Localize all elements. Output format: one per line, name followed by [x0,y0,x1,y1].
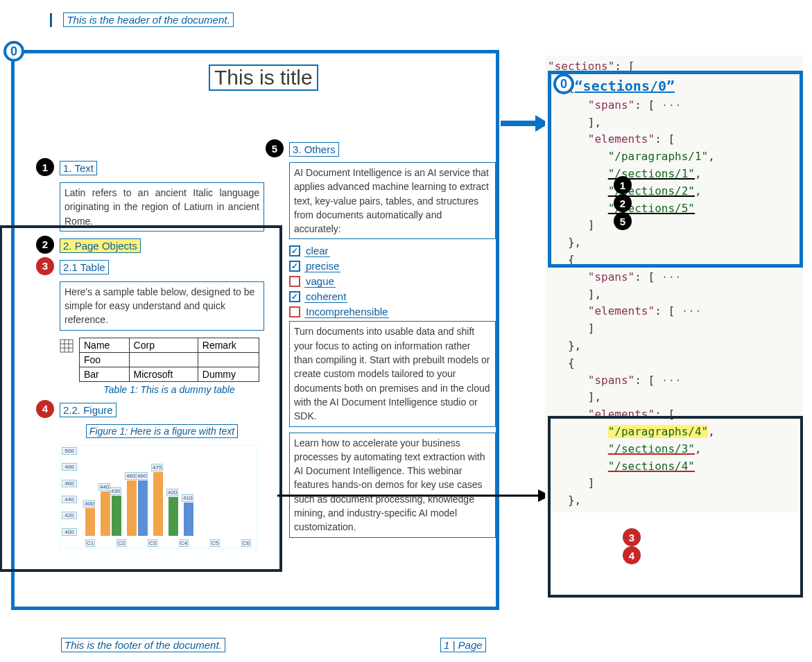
section-2-heading: 2. Page Objects [60,238,141,253]
badge-0-json: 0 [553,73,574,94]
check-incomprehensible: Incomprehensible [289,306,496,318]
doc-title: This is title [209,64,318,91]
check-precise: ✓precise [289,260,496,272]
cursor-mark [50,13,52,27]
page-number: 1 | Page [440,638,486,652]
badge-1: 1 [36,158,54,176]
document-panel: This is title 0 1 1. Text Latin refers t… [11,50,499,610]
check-clear: ✓clear [289,245,496,257]
table-caption: Table 1: This is a dummy table [101,383,237,396]
badge-5: 5 [266,139,284,157]
badge-2: 2 [36,236,54,254]
sample-table: NameCorpRemark Foo BarMicrosoftDummy [79,338,259,382]
arrow-blue [501,111,549,136]
x-axis-ticks: C1 C2 C3 C4 C5 C6 [85,539,251,547]
chart-bars: 400 440430 460460 475 420 410 [85,460,251,536]
badge-2-json: 2 [614,194,632,212]
diagram-root: This is the header of the document. This… [7,7,805,655]
badge-1-json: 1 [614,176,632,194]
section-3-heading: 3. Others [289,142,339,157]
header-text: This is the header of the document. [63,12,233,27]
section-1-heading: 1. Text [60,161,97,175]
svg-rect-0 [60,340,73,352]
badge-3-json: 3 [623,528,641,546]
section-2-2-heading: 2.2. Figure [60,403,116,417]
section-3-para-1: AI Document Intelligence is an AI servic… [289,162,496,239]
figure-caption: Figure 1: Here is a figure with text [86,424,238,438]
doc-footer: This is the footer of the document. [61,638,225,652]
badge-4-json: 4 [623,546,641,564]
section-2-1-heading: 2.1 Table [60,260,109,275]
arrow-black-solid [277,485,551,506]
y-axis-ticks: 500 480 460 440 420 400 [62,447,83,536]
json-frame-section2 [548,416,803,598]
left-column: 1 1. Text Latin refers to an ancient Ita… [60,161,264,556]
figure-chart: 500 480 460 440 420 400 400 440430 46046… [60,445,257,549]
section-3-para-2: Turn documents into usable data and shif… [289,321,496,426]
check-vague: vague [289,275,496,288]
table-icon [60,339,74,353]
json-frame-section0 [548,71,803,268]
badge-5-json: 5 [614,212,632,230]
table-row-container: NameCorpRemark Foo BarMicrosoftDummy Tab… [60,338,264,396]
badge-4: 4 [36,400,54,418]
footer-text: This is the footer of the document. [61,638,225,652]
right-column: 5 3. Others AI Document Intelligence is … [289,142,496,543]
badge-0: 0 [3,41,24,62]
check-coherent: ✓coherent [289,290,496,303]
section-2-1-paragraph: Here's a sample table below, designed to… [60,281,264,331]
doc-header: This is the header of the document. [50,12,234,27]
section-1-paragraph: Latin refers to an ancient Italic langua… [60,182,264,232]
badge-3: 3 [36,257,54,275]
